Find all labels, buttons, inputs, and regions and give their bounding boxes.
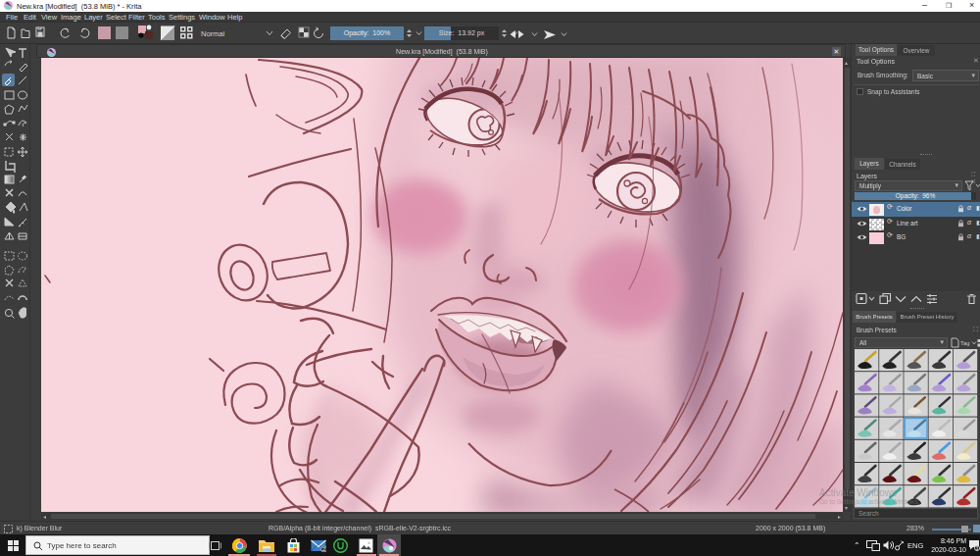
svg-text:8:46 PM: 8:46 PM: [941, 537, 966, 544]
svg-text:2: 2: [322, 546, 325, 552]
svg-text:2020-03-10: 2020-03-10: [931, 546, 966, 553]
svg-text:Normal: Normal: [201, 29, 225, 38]
svg-text:ENG: ENG: [907, 541, 923, 550]
svg-text:3: 3: [976, 545, 979, 551]
svg-text:Tag: Tag: [960, 340, 970, 346]
